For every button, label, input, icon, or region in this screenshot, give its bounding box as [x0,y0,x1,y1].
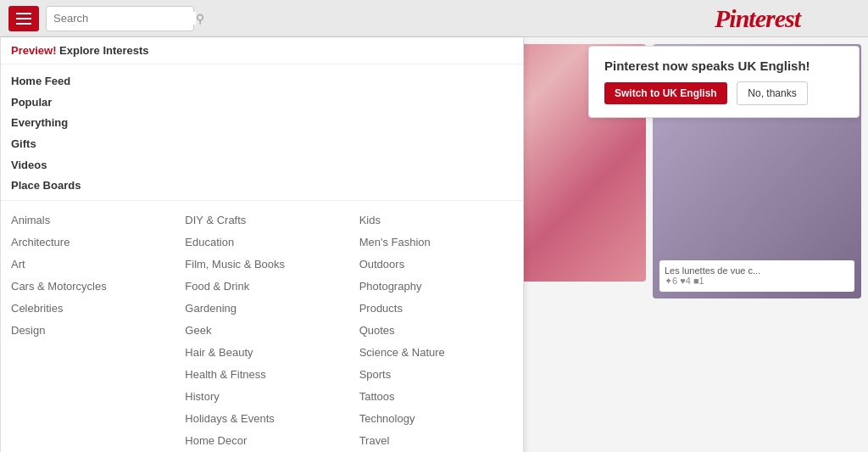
cat-products[interactable]: Products [359,298,513,320]
cat-art[interactable]: Art [11,254,164,276]
cat-hair-beauty[interactable]: Hair & Beauty [185,342,338,364]
menu-line [16,13,31,14]
nav-everything[interactable]: Everything [11,113,523,134]
category-col-3: Kids Men's Fashion Outdoors Photography … [349,204,523,452]
cat-quotes[interactable]: Quotes [359,320,513,342]
cat-history[interactable]: History [185,386,338,408]
image-caption: Les lunettes de vue c... [665,265,760,276]
cat-diy-crafts[interactable]: DIY & Crafts [185,209,338,232]
cat-film-music-books[interactable]: Film, Music & Books [185,254,338,276]
cat-geek[interactable]: Geek [185,320,338,342]
explore-dropdown: Preview! Explore Interests Home Feed Pop… [0,37,524,452]
cat-holidays-events[interactable]: Holidays & Events [185,408,338,430]
search-input[interactable] [53,12,196,25]
cat-science-nature[interactable]: Science & Nature [359,342,513,364]
cat-animals[interactable]: Animals [11,209,164,232]
nav-gifts[interactable]: Gifts [11,134,523,155]
cat-design[interactable]: Design [11,320,164,342]
notification-banner: Pinterest now speaks UK English! Switch … [588,46,860,118]
image-stats: ✦6 ♥4 ■1 [665,276,704,286]
menu-line [16,23,31,25]
category-columns: Animals Architecture Art Cars & Motorcyc… [1,200,523,452]
cat-health-fitness[interactable]: Health & Fitness [185,364,338,386]
cat-tattoos[interactable]: Tattoos [359,386,513,408]
dropdown-header: Preview! Explore Interests [1,37,523,64]
main-nav-links: Home Feed Popular Everything Gifts Video… [1,64,523,200]
cat-mens-fashion[interactable]: Men's Fashion [359,232,513,254]
preview-label: Preview! [11,44,56,57]
nav-place-boards[interactable]: Place Boards [11,176,523,197]
cat-cars-motorcycles[interactable]: Cars & Motorcycles [11,276,164,298]
nav-popular[interactable]: Popular [11,92,523,114]
notification-title: Pinterest now speaks UK English! [604,59,843,73]
cat-photography[interactable]: Photography [359,276,513,298]
cat-food-drink[interactable]: Food & Drink [185,276,338,298]
nav-videos[interactable]: Videos [11,155,523,176]
cat-gardening[interactable]: Gardening [185,298,338,320]
cat-outdoors[interactable]: Outdoors [359,254,513,276]
search-icon: ⚲ [196,12,204,25]
explore-label: Explore Interests [56,44,148,57]
category-col-1: Animals Architecture Art Cars & Motorcyc… [1,204,175,452]
cat-architecture[interactable]: Architecture [11,232,164,254]
cat-celebrities[interactable]: Celebrities [11,298,164,320]
dismiss-notification-button[interactable]: No, thanks [737,81,807,105]
cat-technology[interactable]: Technology [359,408,513,430]
category-col-2: DIY & Crafts Education Film, Music & Boo… [175,204,348,452]
cat-travel[interactable]: Travel [359,430,513,452]
switch-language-button[interactable]: Switch to UK English [604,82,727,104]
cat-home-decor[interactable]: Home Decor [185,430,338,452]
menu-line [16,18,31,20]
search-box: ⚲ [46,6,194,31]
menu-button[interactable] [8,6,39,31]
cat-sports[interactable]: Sports [359,364,513,386]
cat-kids[interactable]: Kids [359,209,513,232]
nav-home-feed[interactable]: Home Feed [11,71,523,92]
header: ⚲ Pinterest [0,0,868,37]
site-logo: Pinterest [715,4,800,33]
cat-education[interactable]: Education [185,232,338,254]
